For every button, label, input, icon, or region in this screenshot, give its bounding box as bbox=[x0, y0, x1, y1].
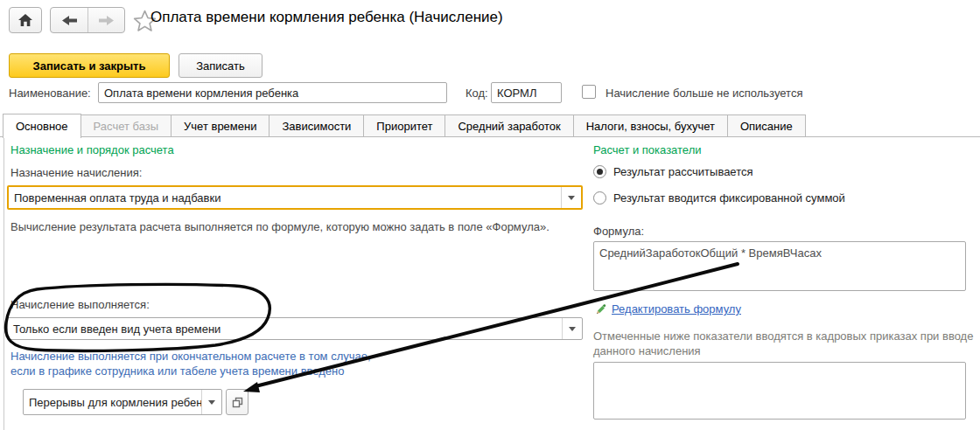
forward-button[interactable] bbox=[88, 8, 124, 32]
home-button[interactable] bbox=[9, 7, 42, 33]
chevron-down-icon bbox=[208, 400, 215, 405]
tab-main[interactable]: Основное bbox=[3, 114, 81, 138]
purpose-hint: Вычисление результата расчета выполняетс… bbox=[10, 220, 550, 233]
save-button[interactable]: Записать bbox=[178, 53, 262, 78]
tab-average-earnings[interactable]: Средний заработок bbox=[444, 114, 573, 137]
code-label: Код: bbox=[466, 87, 488, 100]
chevron-down-icon bbox=[568, 196, 575, 200]
back-button[interactable] bbox=[51, 8, 88, 32]
pencil-icon bbox=[593, 302, 606, 316]
purpose-dropdown-button[interactable] bbox=[561, 187, 581, 208]
time-kind-dropdown-button[interactable] bbox=[201, 390, 221, 414]
purpose-dropdown-value: Повременная оплата труда и надбавки bbox=[9, 191, 561, 205]
performed-hint-line1: Начисление выполняется при окончательном… bbox=[10, 349, 371, 364]
history-nav-group bbox=[50, 7, 125, 33]
radio-result-fixed-label: Результат вводится фиксированной суммой bbox=[613, 191, 845, 205]
indicators-list[interactable] bbox=[593, 362, 966, 420]
name-input[interactable] bbox=[98, 82, 447, 103]
radio-unselected-icon bbox=[593, 191, 606, 205]
home-icon bbox=[18, 13, 33, 27]
tab-priority[interactable]: Приоритет bbox=[363, 114, 445, 137]
name-label: Наименование: bbox=[9, 87, 91, 100]
tab-base-calc[interactable]: Расчет базы bbox=[80, 114, 172, 137]
purpose-dropdown[interactable]: Повременная оплата труда и надбавки bbox=[7, 185, 583, 210]
content-left-rule bbox=[4, 137, 4, 430]
forward-icon bbox=[99, 16, 114, 25]
formula-label: Формула: bbox=[593, 225, 644, 238]
purpose-label: Назначение начисления: bbox=[10, 166, 142, 179]
performed-label: Начисление выполняется: bbox=[10, 298, 150, 311]
section-title-calculation: Расчет и показатели bbox=[593, 143, 702, 156]
tab-description[interactable]: Описание bbox=[727, 114, 806, 137]
tab-bar: Основное Расчет базы Учет времени Зависи… bbox=[3, 114, 805, 138]
edit-formula-row: Редактировать формулу bbox=[593, 302, 741, 316]
performed-dropdown-value: Только если введен вид учета времени bbox=[8, 322, 562, 336]
page-title: Оплата времени кормления ребенка (Начисл… bbox=[150, 9, 503, 26]
chevron-down-icon bbox=[569, 327, 576, 331]
not-used-checkbox-label: Начисление больше не используется bbox=[606, 87, 802, 100]
radio-result-calculated-label: Результат рассчитывается bbox=[613, 165, 753, 178]
save-and-close-button[interactable]: Записать и закрыть bbox=[9, 53, 170, 78]
time-kind-dropdown[interactable]: Перерывы для кормления ребенк bbox=[23, 389, 222, 415]
formula-input[interactable]: СреднийЗаработокОбщий * ВремяВЧасах bbox=[593, 241, 966, 291]
section-title-purpose: Назначение и порядок расчета bbox=[10, 143, 174, 156]
not-used-checkbox[interactable] bbox=[582, 85, 596, 99]
code-input[interactable] bbox=[491, 82, 562, 103]
tab-dependencies[interactable]: Зависимости bbox=[269, 114, 364, 137]
radio-selected-icon bbox=[593, 165, 606, 178]
radio-result-fixed[interactable]: Результат вводится фиксированной суммой bbox=[593, 191, 845, 205]
tab-taxes-accounting[interactable]: Налоги, взносы, бухучет bbox=[573, 114, 728, 137]
open-item-icon bbox=[232, 397, 243, 408]
performed-hint-line2: если в графике сотрудника или табеле уче… bbox=[10, 364, 345, 378]
edit-formula-link[interactable]: Редактировать формулу bbox=[612, 302, 741, 316]
time-kind-dropdown-value: Перерывы для кормления ребенк bbox=[24, 396, 201, 409]
indicators-hint: Отмеченные ниже показатели вводятся в ка… bbox=[593, 329, 975, 358]
tab-time-tracking[interactable]: Учет времени bbox=[171, 114, 270, 137]
back-icon bbox=[62, 16, 77, 25]
accrual-card-window: Оплата времени кормления ребенка (Начисл… bbox=[0, 0, 980, 430]
performed-dropdown-button[interactable] bbox=[562, 318, 582, 339]
open-time-kind-button[interactable] bbox=[226, 389, 248, 415]
radio-result-calculated[interactable]: Результат рассчитывается bbox=[593, 165, 753, 178]
performed-dropdown[interactable]: Только если введен вид учета времени bbox=[7, 317, 583, 340]
